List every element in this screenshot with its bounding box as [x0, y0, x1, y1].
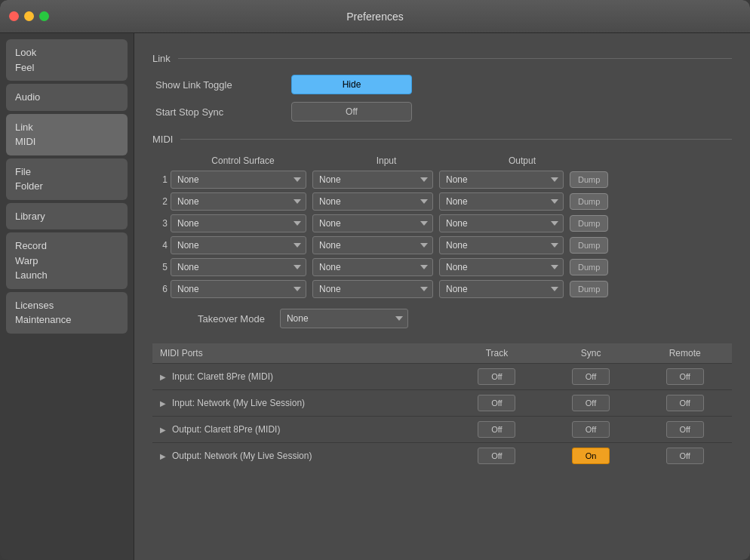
port-label-0: ▶Input: Clarett 8Pre (MIDI) — [152, 364, 450, 390]
link-section-title: Link — [152, 53, 171, 64]
sidebar-item-link-midi[interactable]: Link MIDI — [6, 114, 128, 155]
dump-button-5[interactable]: Dump — [570, 259, 608, 275]
expand-icon-0[interactable]: ▶ — [160, 373, 166, 381]
port-sync-1: Off — [544, 390, 638, 417]
title-bar: Preferences — [0, 0, 750, 33]
port-sync-toggle-1[interactable]: Off — [572, 395, 610, 411]
port-sync-toggle-0[interactable]: Off — [572, 368, 610, 385]
window-title: Preferences — [346, 11, 403, 23]
takeover-mode-select[interactable]: None Pickup Value Scaling — [280, 309, 408, 328]
port-sync-toggle-2[interactable]: Off — [572, 421, 610, 438]
port-label-1: ▶Input: Network (My Live Session) — [152, 390, 450, 417]
port-remote-toggle-2[interactable]: Off — [666, 421, 704, 438]
port-track-3: Off — [450, 443, 544, 469]
midi-port-row-1: ▶Input: Network (My Live Session)OffOffO… — [152, 390, 732, 417]
takeover-mode-label: Takeover Mode — [198, 313, 265, 325]
sidebar-item-licenses-maintenance[interactable]: Licenses Maintenance — [6, 292, 128, 334]
midi-input-select-4[interactable]: None — [312, 236, 433, 254]
midi-ports-body: ▶Input: Clarett 8Pre (MIDI)OffOffOff▶Inp… — [152, 364, 732, 469]
midi-input-select-3[interactable]: None — [312, 214, 433, 232]
sidebar: Look FeelAudioLink MIDIFile FolderLibrar… — [0, 33, 134, 560]
midi-row-number: 2 — [152, 196, 168, 207]
port-name-2: Output: Clarett 8Pre (MIDI) — [172, 424, 280, 435]
midi-section-divider — [180, 139, 732, 140]
start-stop-sync-button[interactable]: Off — [291, 102, 412, 122]
takeover-row: Takeover Mode None Pickup Value Scaling — [152, 309, 732, 328]
expand-icon-2[interactable]: ▶ — [160, 426, 166, 434]
port-track-toggle-0[interactable]: Off — [478, 368, 515, 385]
close-button[interactable] — [9, 11, 19, 21]
expand-icon-3[interactable]: ▶ — [160, 452, 166, 460]
port-sync-2: Off — [544, 417, 638, 443]
sidebar-item-look-feel[interactable]: Look Feel — [6, 39, 128, 81]
dump-button-3[interactable]: Dump — [570, 215, 608, 232]
midi-section-title: MIDI — [152, 134, 173, 145]
ports-col-remote: Remote — [638, 343, 732, 364]
midi-row-4: 4NoneNoneNoneDump — [152, 236, 732, 254]
dump-button-4[interactable]: Dump — [570, 237, 608, 254]
midi-output-select-4[interactable]: None — [439, 236, 564, 254]
sidebar-item-library[interactable]: Library — [6, 203, 128, 230]
midi-output-select-6[interactable]: None — [439, 280, 564, 298]
port-track-toggle-2[interactable]: Off — [478, 421, 515, 438]
sidebar-item-record-warp-launch[interactable]: Record Warp Launch — [6, 232, 128, 289]
port-track-0: Off — [450, 364, 544, 390]
midi-cs-select-2[interactable]: None — [171, 192, 306, 211]
show-link-toggle-button[interactable]: Hide — [291, 75, 412, 94]
ports-col-sync: Sync — [544, 343, 638, 364]
cs-header: Control Surface — [168, 155, 318, 166]
midi-port-row-2: ▶Output: Clarett 8Pre (MIDI)OffOffOff — [152, 417, 732, 443]
output-header: Output — [454, 155, 590, 166]
port-label-3: ▶Output: Network (My Live Session) — [152, 443, 450, 469]
midi-row-5: 5NoneNoneNoneDump — [152, 258, 732, 276]
port-remote-toggle-3[interactable]: Off — [666, 448, 704, 464]
midi-input-select-1[interactable]: None — [312, 171, 433, 189]
port-track-1: Off — [450, 390, 544, 417]
midi-cs-select-5[interactable]: None — [171, 258, 306, 276]
port-remote-toggle-1[interactable]: Off — [666, 395, 704, 411]
midi-cs-select-6[interactable]: None — [171, 280, 306, 298]
midi-port-row-3: ▶Output: Network (My Live Session)OffOnO… — [152, 443, 732, 469]
midi-row-number: 6 — [152, 284, 168, 294]
port-remote-0: Off — [638, 364, 732, 390]
port-remote-toggle-0[interactable]: Off — [666, 368, 704, 385]
link-section-header: Link — [152, 53, 732, 64]
dump-button-1[interactable]: Dump — [570, 171, 608, 188]
midi-section-header: MIDI — [152, 134, 732, 145]
port-track-toggle-3[interactable]: Off — [478, 448, 515, 464]
dump-button-2[interactable]: Dump — [570, 193, 608, 210]
window-controls — [9, 11, 49, 21]
port-sync-toggle-3[interactable]: On — [572, 448, 610, 464]
start-stop-sync-row: Start Stop Sync Off — [152, 102, 732, 122]
midi-row-3: 3NoneNoneNoneDump — [152, 214, 732, 232]
midi-output-select-1[interactable]: None — [439, 171, 564, 189]
midi-ports-header: MIDI Ports Track Sync Remote — [152, 343, 732, 364]
midi-output-select-2[interactable]: None — [439, 192, 564, 211]
expand-icon-1[interactable]: ▶ — [160, 399, 166, 408]
port-sync-0: Off — [544, 364, 638, 390]
sidebar-item-audio[interactable]: Audio — [6, 84, 128, 111]
port-sync-3: On — [544, 443, 638, 469]
port-remote-1: Off — [638, 390, 732, 417]
dump-button-6[interactable]: Dump — [570, 281, 608, 297]
main-container: Look FeelAudioLink MIDIFile FolderLibrar… — [0, 33, 750, 560]
midi-output-select-3[interactable]: None — [439, 214, 564, 232]
midi-cs-select-3[interactable]: None — [171, 214, 306, 232]
midi-table: Control Surface Input Output 1NoneNoneNo… — [152, 155, 732, 298]
maximize-button[interactable] — [39, 11, 49, 21]
midi-cs-select-4[interactable]: None — [171, 236, 306, 254]
midi-input-select-6[interactable]: None — [312, 280, 433, 298]
midi-cs-select-1[interactable]: None — [171, 171, 306, 189]
midi-row-2: 2NoneNoneNoneDump — [152, 192, 732, 211]
content-area: Link Show Link Toggle Hide Start Stop Sy… — [134, 33, 750, 560]
show-link-toggle-row: Show Link Toggle Hide — [152, 75, 732, 94]
port-name-0: Input: Clarett 8Pre (MIDI) — [172, 371, 273, 382]
midi-output-select-5[interactable]: None — [439, 258, 564, 276]
midi-ports-section: MIDI Ports Track Sync Remote ▶Input: Cla… — [152, 343, 732, 469]
midi-input-select-2[interactable]: None — [312, 192, 433, 211]
midi-input-select-5[interactable]: None — [312, 258, 433, 276]
sidebar-item-file-folder[interactable]: File Folder — [6, 158, 128, 200]
minimize-button[interactable] — [24, 11, 34, 21]
port-track-toggle-1[interactable]: Off — [478, 395, 515, 411]
port-track-2: Off — [450, 417, 544, 443]
